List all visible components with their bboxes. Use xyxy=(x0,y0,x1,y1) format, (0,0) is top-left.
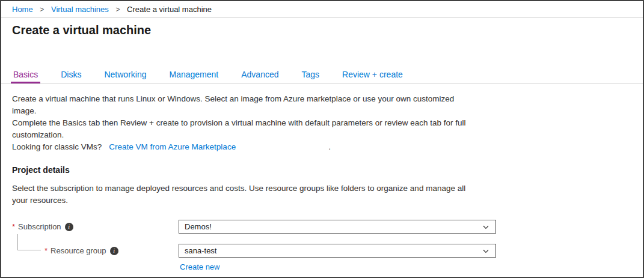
chevron-down-icon xyxy=(482,223,490,231)
tab-tags[interactable]: Tags xyxy=(299,68,322,83)
breadcrumb: Home > Virtual machines > Create a virtu… xyxy=(1,1,643,18)
info-icon[interactable]: i xyxy=(110,247,118,255)
classic-vms-line: Looking for classic VMs?Create VM from A… xyxy=(12,141,632,153)
tab-review-create[interactable]: Review + create xyxy=(340,68,405,83)
subscription-label-text: Subscription xyxy=(18,222,61,231)
project-details-heading: Project details xyxy=(12,165,632,175)
intro-text-line: image. xyxy=(12,105,632,117)
resource-group-dropdown[interactable]: sana-test xyxy=(179,244,496,258)
project-details-text-line: Select the subscription to manage deploy… xyxy=(12,183,632,195)
subscription-dropdown-value: Demos! xyxy=(185,222,482,231)
chevron-right-icon: > xyxy=(40,5,44,14)
required-marker: * xyxy=(44,246,48,255)
chevron-down-icon xyxy=(482,247,490,255)
subscription-dropdown[interactable]: Demos! xyxy=(179,220,496,234)
classic-vms-text: Looking for classic VMs? xyxy=(12,142,102,151)
project-details-text-line: your resources. xyxy=(12,195,632,207)
intro-text-line: Complete the Basics tab then Review + cr… xyxy=(12,117,632,129)
create-new-link[interactable]: Create new xyxy=(180,262,219,271)
tab-management[interactable]: Management xyxy=(167,68,221,83)
create-vm-page: Home > Virtual machines > Create a virtu… xyxy=(0,0,644,278)
chevron-right-icon: > xyxy=(115,5,120,14)
classic-vms-suffix: . xyxy=(328,142,331,151)
tree-connector-line xyxy=(17,234,41,250)
intro-text-line: Create a virtual machine that runs Linux… xyxy=(12,93,632,105)
page-title: Create a virtual machine xyxy=(12,23,632,37)
tab-bar: Basics Disks Networking Management Advan… xyxy=(1,68,643,84)
tab-basics[interactable]: Basics xyxy=(11,68,40,83)
breadcrumb-current: Create a virtual machine xyxy=(127,5,212,14)
tab-advanced[interactable]: Advanced xyxy=(239,68,281,83)
tab-content-basics: Create a virtual machine that runs Linux… xyxy=(1,84,643,272)
create-vm-marketplace-link[interactable]: Create VM from Azure Marketplace xyxy=(109,142,236,151)
tab-networking[interactable]: Networking xyxy=(102,68,149,83)
intro-text-line: customization. xyxy=(12,129,632,141)
subscription-row: * Subscription i Demos! xyxy=(12,220,632,234)
resource-group-row: * Resource group i sana-test xyxy=(12,244,632,258)
resource-group-label-text: Resource group xyxy=(51,246,106,255)
breadcrumb-link-virtual-machines[interactable]: Virtual machines xyxy=(51,5,109,14)
info-icon[interactable]: i xyxy=(65,223,73,231)
required-marker: * xyxy=(12,222,15,231)
subscription-label: * Subscription i xyxy=(12,222,179,231)
create-new-row: Create new xyxy=(180,261,632,272)
resource-group-dropdown-value: sana-test xyxy=(185,246,482,255)
breadcrumb-link-home[interactable]: Home xyxy=(12,5,33,14)
project-details-description: Select the subscription to manage deploy… xyxy=(12,183,632,207)
tab-disks[interactable]: Disks xyxy=(58,68,84,83)
project-details-form: * Subscription i Demos! * Resource group… xyxy=(12,220,632,272)
